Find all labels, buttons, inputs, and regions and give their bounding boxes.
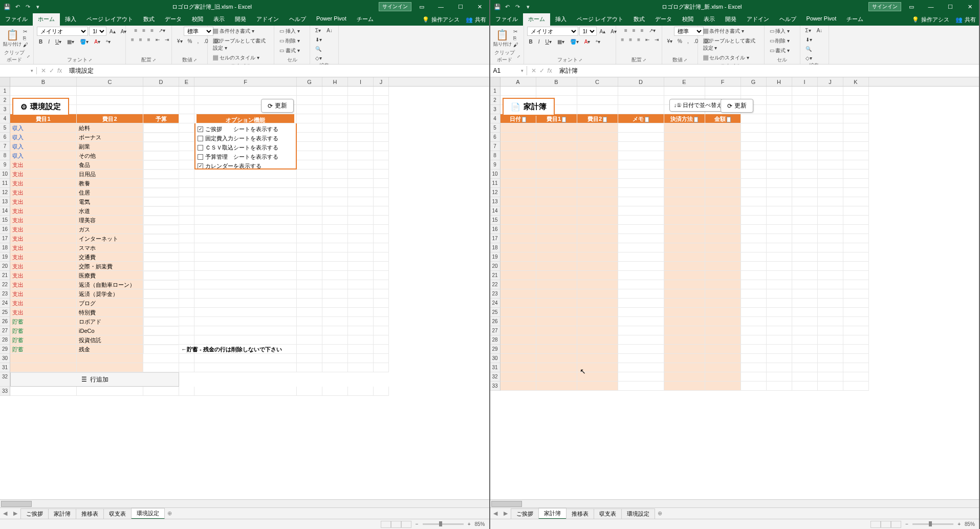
cell[interactable] xyxy=(741,335,767,345)
cell[interactable] xyxy=(536,345,577,354)
hdr-pay[interactable]: 決済方法▾ xyxy=(664,114,705,123)
ribbon-tab-ファイル[interactable]: ファイル xyxy=(0,13,33,26)
normal-view-icon[interactable] xyxy=(870,521,881,528)
cell[interactable] xyxy=(194,243,297,252)
cell[interactable] xyxy=(374,197,389,206)
cell[interactable] xyxy=(767,299,792,308)
cell[interactable] xyxy=(500,142,536,151)
cell-yosan[interactable] xyxy=(143,317,179,326)
cell[interactable] xyxy=(179,216,194,225)
cell[interactable] xyxy=(741,197,767,206)
cell[interactable] xyxy=(577,133,618,142)
row-header[interactable]: 30 xyxy=(490,354,500,363)
zoom-out-icon[interactable]: − xyxy=(416,521,419,527)
cell[interactable] xyxy=(500,123,536,133)
cell[interactable] xyxy=(322,216,348,225)
checkbox-icon[interactable] xyxy=(198,154,203,160)
cell[interactable] xyxy=(297,289,322,299)
option-row[interactable]: ＣＳＶ取込シートを表示する xyxy=(194,142,297,151)
cell[interactable] xyxy=(322,243,348,252)
cell[interactable] xyxy=(843,243,869,252)
cell[interactable] xyxy=(818,188,843,197)
cell[interactable] xyxy=(374,142,389,151)
cell[interactable] xyxy=(348,142,374,151)
cell[interactable] xyxy=(843,142,869,151)
row-header[interactable]: 17 xyxy=(490,234,500,243)
cell-himoku2[interactable]: 水道 xyxy=(77,206,143,216)
align-left-icon[interactable]: ≡ xyxy=(619,36,626,44)
cell[interactable] xyxy=(577,234,618,243)
col-header-B[interactable]: B xyxy=(536,77,577,86)
cell[interactable] xyxy=(374,133,389,142)
cell[interactable] xyxy=(618,206,664,216)
cell[interactable] xyxy=(297,262,322,271)
cell[interactable] xyxy=(577,354,618,363)
cell[interactable] xyxy=(322,133,348,142)
cell[interactable] xyxy=(536,243,577,252)
cell[interactable] xyxy=(374,317,389,326)
cell[interactable] xyxy=(705,326,741,335)
cell[interactable] xyxy=(179,160,194,170)
cell[interactable] xyxy=(618,252,664,262)
indent-inc-icon[interactable]: ⇥ xyxy=(163,36,171,44)
cell[interactable] xyxy=(843,308,869,317)
cell[interactable] xyxy=(741,372,767,382)
cell[interactable] xyxy=(322,280,348,289)
row-header[interactable]: 32 xyxy=(490,372,500,382)
cell[interactable] xyxy=(818,197,843,206)
cell[interactable] xyxy=(843,123,869,133)
cell[interactable] xyxy=(767,243,792,252)
cell[interactable] xyxy=(577,252,618,262)
cell[interactable] xyxy=(348,280,374,289)
row-header[interactable]: 5 xyxy=(490,123,500,133)
page-layout-icon[interactable] xyxy=(881,521,891,528)
cell[interactable] xyxy=(322,179,348,188)
cell-yosan[interactable] xyxy=(143,197,179,206)
cell[interactable] xyxy=(818,133,843,142)
cell[interactable] xyxy=(818,289,843,299)
cell-himoku2[interactable]: 電気 xyxy=(77,197,143,206)
cell[interactable] xyxy=(179,234,194,243)
cell[interactable] xyxy=(143,105,179,114)
cell-himoku1[interactable]: 支出 xyxy=(10,252,77,262)
cell[interactable] xyxy=(618,280,664,289)
cell[interactable] xyxy=(194,234,297,243)
cell[interactable] xyxy=(297,234,322,243)
cell[interactable] xyxy=(767,354,792,363)
cell[interactable] xyxy=(322,308,348,317)
ribbon-tab-Power Pivot[interactable]: Power Pivot xyxy=(801,13,842,26)
cell[interactable] xyxy=(322,206,348,216)
autosum-icon[interactable]: Σ▾ xyxy=(803,27,813,34)
ribbon-tab-表示[interactable]: 表示 xyxy=(699,13,720,26)
cell[interactable] xyxy=(741,133,767,142)
row-header[interactable]: 24 xyxy=(0,299,10,308)
tell-me[interactable]: 💡操作アシス xyxy=(909,13,952,26)
cell[interactable] xyxy=(297,317,322,326)
cell[interactable] xyxy=(792,335,818,345)
cell[interactable] xyxy=(348,188,374,197)
cell[interactable] xyxy=(297,87,322,96)
row-header[interactable]: 18 xyxy=(0,243,10,252)
cell[interactable] xyxy=(194,354,297,363)
cell[interactable] xyxy=(618,243,664,252)
align-right-icon[interactable]: ≡ xyxy=(635,36,642,44)
cell-item-2[interactable]: ▭ 書式 ▾ xyxy=(277,46,302,55)
cell-himoku1[interactable]: 支出 xyxy=(10,271,77,280)
cell[interactable] xyxy=(10,387,77,396)
phonetic-icon[interactable]: ᵃ▾ xyxy=(594,38,602,46)
cell[interactable] xyxy=(741,216,767,225)
cell-himoku2[interactable]: ロボアド xyxy=(77,317,143,326)
col-header-D[interactable]: D xyxy=(143,77,179,86)
cell[interactable] xyxy=(348,252,374,262)
cell[interactable] xyxy=(705,151,741,160)
italic-button[interactable]: I xyxy=(46,38,52,46)
increase-font-icon[interactable]: A▴ xyxy=(598,27,608,36)
cell[interactable] xyxy=(577,197,618,206)
cancel-formula-icon[interactable]: ✕ xyxy=(531,67,536,74)
cell[interactable] xyxy=(705,299,741,308)
format-painter-icon[interactable]: 🖌 xyxy=(23,42,28,48)
cell[interactable] xyxy=(664,225,705,234)
cell[interactable] xyxy=(194,206,297,216)
style-item-2[interactable]: ▦ セルのスタイル ▾ xyxy=(701,53,752,62)
cell[interactable] xyxy=(297,308,322,317)
